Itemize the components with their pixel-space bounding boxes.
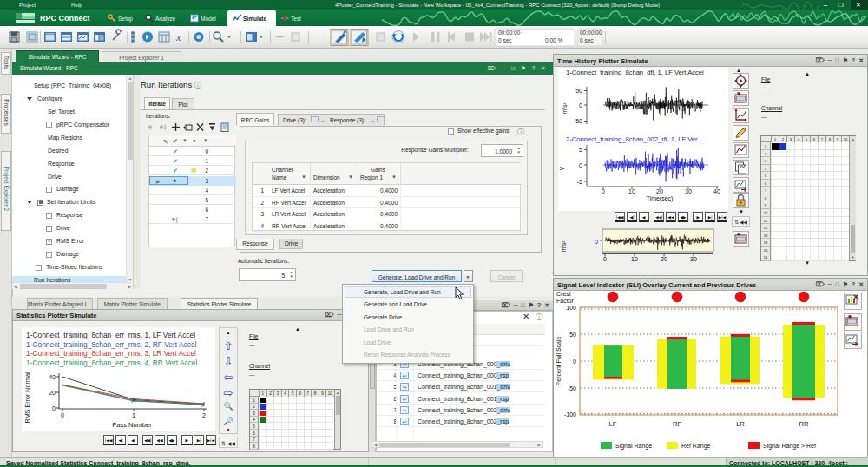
svg-text:LR: LR xyxy=(736,420,745,428)
svg-text:RR: RR xyxy=(799,420,809,428)
svg-text:Signal Range: Signal Range xyxy=(615,443,652,450)
svg-text:100: 100 xyxy=(566,305,576,311)
svg-text:50: 50 xyxy=(569,332,576,338)
svg-text:RF: RF xyxy=(673,420,681,428)
svg-text:0: 0 xyxy=(573,358,576,365)
svg-text:Ref Range: Ref Range xyxy=(681,443,711,450)
svg-text:Factor: Factor xyxy=(556,298,575,304)
svg-text:LF: LF xyxy=(609,420,617,428)
svg-text:-100: -100 xyxy=(564,411,576,418)
svg-text:Crest: Crest xyxy=(556,291,571,297)
svg-text:-50: -50 xyxy=(568,385,576,391)
svg-text:Percent Full Scale: Percent Full Scale xyxy=(556,336,562,385)
svg-text:Signal Range > Ref: Signal Range > Ref xyxy=(763,443,816,450)
